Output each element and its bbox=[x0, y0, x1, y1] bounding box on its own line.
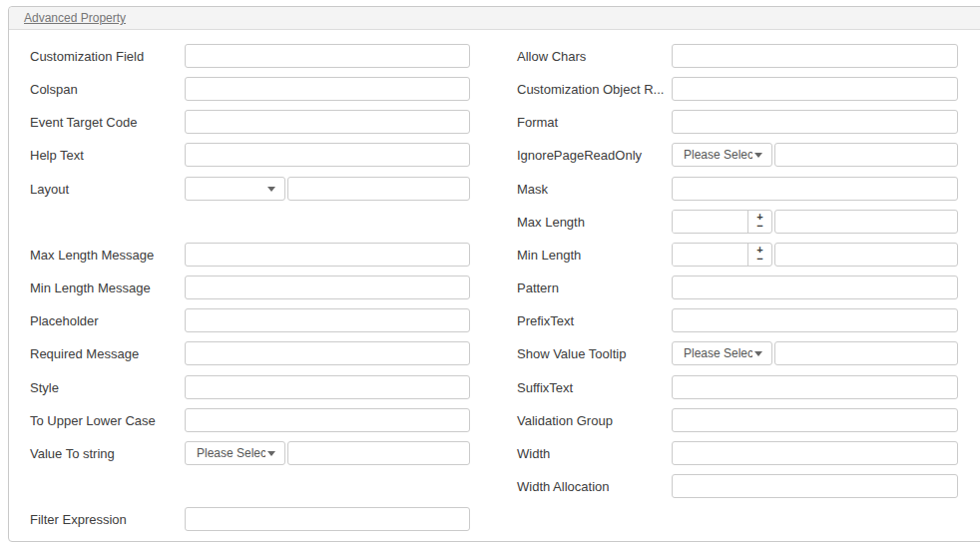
customization-field-label: Customization Field bbox=[30, 49, 144, 64]
form-row-format: Format bbox=[517, 110, 958, 134]
help-text-label: Help Text bbox=[30, 148, 84, 163]
width-input[interactable] bbox=[672, 441, 958, 465]
layout-input[interactable] bbox=[287, 177, 470, 201]
format-control bbox=[672, 110, 958, 134]
form-row-required-message: Required Message bbox=[30, 341, 470, 365]
to-upper-lower-case-label: To Upper Lower Case bbox=[30, 413, 156, 428]
prefixtext-label: PrefixText bbox=[517, 313, 574, 328]
form-row-placeholder: Placeholder bbox=[30, 308, 470, 332]
suffixtext-control bbox=[672, 375, 958, 399]
form-row-layout: Layout bbox=[30, 177, 470, 201]
chevron-down-icon bbox=[754, 153, 762, 158]
form-row-prefixtext: PrefixText bbox=[517, 308, 958, 332]
max-length-message-input[interactable] bbox=[185, 243, 470, 267]
colspan-control bbox=[185, 77, 470, 101]
width-allocation-input[interactable] bbox=[672, 474, 958, 498]
layout-label: Layout bbox=[30, 182, 69, 197]
filter-expression-input[interactable] bbox=[185, 507, 470, 531]
customization-field-control bbox=[185, 44, 470, 68]
max-length-number-input[interactable] bbox=[673, 211, 747, 233]
suffixtext-input[interactable] bbox=[672, 375, 958, 399]
validation-group-label: Validation Group bbox=[517, 413, 613, 428]
required-message-label: Required Message bbox=[30, 346, 139, 361]
validation-group-input[interactable] bbox=[672, 408, 958, 432]
form-row-width-allocation: Width Allocation bbox=[517, 474, 958, 498]
event-target-code-control bbox=[185, 110, 470, 134]
format-input[interactable] bbox=[672, 110, 958, 134]
allow-chars-control bbox=[672, 44, 958, 68]
form-row-help-text: Help Text bbox=[30, 143, 470, 167]
decrement-button[interactable]: − bbox=[756, 222, 762, 231]
form-row-filter-expression: Filter Expression bbox=[30, 507, 470, 531]
max-length-message-label: Max Length Message bbox=[30, 248, 154, 263]
filter-expression-label: Filter Expression bbox=[30, 512, 127, 527]
show-value-tooltip-label: Show Value Tooltip bbox=[517, 346, 626, 361]
help-text-input[interactable] bbox=[185, 143, 470, 167]
placeholder-input[interactable] bbox=[185, 308, 470, 332]
max-length-control: +− bbox=[672, 210, 958, 234]
suffixtext-label: SuffixText bbox=[517, 380, 573, 395]
form-row-event-target-code: Event Target Code bbox=[30, 110, 470, 134]
advanced-property-panel: Advanced Property Customization FieldCol… bbox=[8, 6, 980, 542]
required-message-input[interactable] bbox=[185, 341, 470, 365]
width-control bbox=[672, 441, 958, 465]
mask-input[interactable] bbox=[672, 177, 958, 201]
customization-object-r-label: Customization Object R... bbox=[517, 82, 664, 97]
form-row-pattern: Pattern bbox=[517, 276, 958, 299]
customization-field-input[interactable] bbox=[185, 44, 470, 68]
layout-control bbox=[185, 177, 470, 201]
ignorepagereadonly-control: Please Select bbox=[672, 143, 958, 167]
form-row-ignorepagereadonly: IgnorePageReadOnlyPlease Select bbox=[517, 143, 958, 167]
validation-group-control bbox=[672, 408, 958, 432]
advanced-property-link[interactable]: Advanced Property bbox=[24, 7, 126, 29]
width-label: Width bbox=[517, 446, 550, 461]
width-allocation-label: Width Allocation bbox=[517, 479, 610, 494]
pattern-input[interactable] bbox=[672, 276, 958, 299]
form-row-mask: Mask bbox=[517, 177, 958, 201]
form-row-customization-field: Customization Field bbox=[30, 44, 470, 68]
colspan-input[interactable] bbox=[185, 77, 470, 101]
form-row-value-to-string: Value To stringPlease Select bbox=[30, 441, 470, 465]
select-value: Please Select bbox=[684, 346, 752, 360]
help-text-control bbox=[185, 143, 470, 167]
layout-select[interactable] bbox=[185, 177, 285, 201]
allow-chars-label: Allow Chars bbox=[517, 49, 586, 64]
width-allocation-control bbox=[672, 474, 958, 498]
min-length-message-label: Min Length Message bbox=[30, 280, 151, 295]
prefixtext-input[interactable] bbox=[672, 308, 958, 332]
show-value-tooltip-select[interactable]: Please Select bbox=[672, 341, 772, 365]
max-length-stepper: +− bbox=[672, 210, 772, 234]
filter-expression-control bbox=[185, 507, 470, 531]
format-label: Format bbox=[517, 115, 558, 130]
ignorepagereadonly-select[interactable]: Please Select bbox=[672, 143, 772, 167]
decrement-button[interactable]: − bbox=[756, 255, 762, 264]
min-length-number-input[interactable] bbox=[673, 244, 747, 266]
chevron-down-icon bbox=[267, 451, 275, 456]
style-input[interactable] bbox=[185, 375, 470, 399]
max-length-label: Max Length bbox=[517, 215, 585, 230]
min-length-stepper-buttons: +− bbox=[747, 244, 771, 266]
max-length-stepper-buttons: +− bbox=[747, 211, 771, 233]
event-target-code-input[interactable] bbox=[185, 110, 470, 134]
allow-chars-input[interactable] bbox=[672, 44, 958, 68]
form-row-width: Width bbox=[517, 441, 958, 465]
max-length-message-control bbox=[185, 243, 470, 267]
ignorepagereadonly-input[interactable] bbox=[774, 143, 958, 167]
max-length-input[interactable] bbox=[774, 210, 958, 234]
form-row-show-value-tooltip: Show Value TooltipPlease Select bbox=[517, 341, 958, 365]
page: Advanced Property Customization FieldCol… bbox=[0, 0, 980, 551]
to-upper-lower-case-input[interactable] bbox=[185, 408, 470, 432]
min-length-message-input[interactable] bbox=[185, 276, 470, 299]
min-length-input[interactable] bbox=[774, 243, 958, 267]
chevron-down-icon bbox=[267, 187, 275, 192]
pattern-control bbox=[672, 276, 958, 299]
show-value-tooltip-control: Please Select bbox=[672, 341, 958, 365]
form-row-style: Style bbox=[30, 375, 470, 399]
form-row-min-length: Min Length+− bbox=[517, 243, 958, 267]
value-to-string-select[interactable]: Please Select bbox=[185, 441, 285, 465]
show-value-tooltip-input[interactable] bbox=[774, 341, 958, 365]
customization-object-r-input[interactable] bbox=[672, 77, 958, 101]
value-to-string-input[interactable] bbox=[287, 441, 470, 465]
form-row-min-length-message: Min Length Message bbox=[30, 276, 470, 299]
prefixtext-control bbox=[672, 308, 958, 332]
